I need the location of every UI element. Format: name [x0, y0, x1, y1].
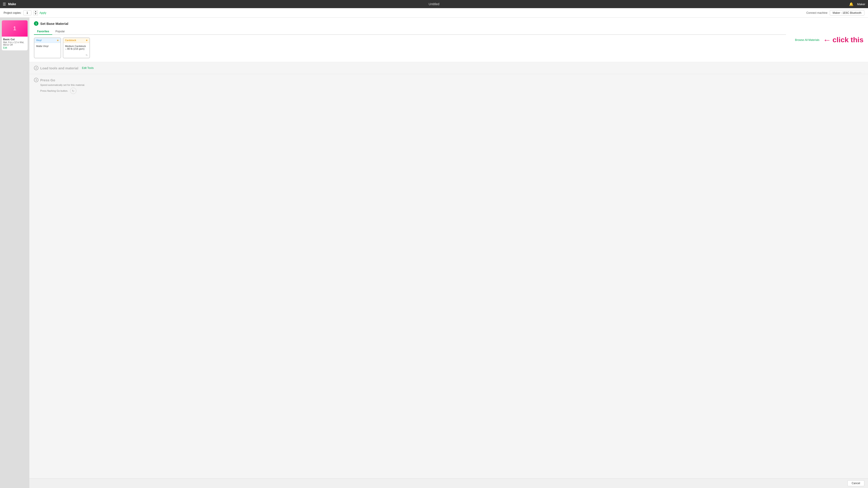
copies-down-button[interactable]: ▼ [34, 13, 38, 15]
machine-area: Connect machine Maker : 1E6C Bluetooth [806, 10, 864, 15]
menu-icon[interactable]: ☰ [3, 2, 6, 6]
copies-up-button[interactable]: ▲ [34, 10, 38, 13]
sidebar-item-subtitle: Mat, 9 in x 12 in Mat, Mirror Off [3, 41, 26, 46]
machine-button[interactable]: Maker : 1E6C Bluetooth [830, 10, 864, 15]
copies-input[interactable] [23, 10, 31, 15]
step3-title: Press Go [40, 78, 55, 82]
cardstock-footer: ↻ [63, 52, 90, 58]
sidebar-item-info: Basic Cut Mat, 9 in x 12 in Mat, Mirror … [2, 37, 28, 51]
step3-circle: 3 [34, 78, 38, 82]
vinyl-label: Vinyl [36, 39, 41, 41]
sidebar-item-title: Basic Cut [3, 38, 26, 41]
sidebar-edit-link[interactable]: Edit [3, 46, 26, 49]
copies-label: Project copies: [4, 11, 22, 14]
footer: Cancel [29, 478, 868, 488]
cardstock-label: Cardstock [65, 39, 76, 41]
app-name: Make [8, 2, 16, 6]
user-label[interactable]: Maker [857, 2, 865, 6]
app-header: ☰ Make Untitled 🔔 Maker [0, 0, 868, 8]
edit-tools-link[interactable]: Edit Tools [82, 66, 94, 70]
material-cards: Vinyl ★ Matte Vinyl Cardstock ★ Medium [34, 37, 786, 58]
copies-area: Project copies: ▲ ▼ Apply [4, 10, 46, 15]
step2-header: 2 Load tools and material Edit Tools [34, 66, 864, 70]
cancel-button[interactable]: Cancel [847, 480, 864, 486]
tab-popular[interactable]: Popular [52, 29, 68, 35]
document-title: Untitled [429, 2, 439, 6]
header-right: 🔔 Maker [849, 2, 865, 6]
go-refresh-button[interactable]: ↻ [70, 88, 76, 94]
step1-circle: 1 [34, 21, 38, 26]
cardstock-card-body: Medium Cardstock – 80 lb (216 gsm) [63, 43, 90, 52]
step1-header: 1 Set Base Material [34, 21, 864, 26]
mat-thumbnail: 1 [2, 20, 28, 37]
sub-header: Project copies: ▲ ▼ Apply Connect machin… [0, 8, 868, 18]
mat-number: 1 [13, 25, 16, 32]
apply-button[interactable]: Apply [39, 11, 46, 14]
step3-header: 3 Press Go [34, 78, 864, 82]
step1-section: 1 Set Base Material Favorites Popular Vi… [29, 18, 868, 62]
material-section-top: Favorites Popular Vinyl ★ Matte Vinyl [34, 29, 864, 58]
notification-bell-icon[interactable]: 🔔 [849, 2, 854, 6]
sidebar: 1 Basic Cut Mat, 9 in x 12 in Mat, Mirro… [0, 18, 29, 488]
step3-subtitle: Speed automatically set for this materia… [40, 84, 864, 86]
step1-title: Set Base Material [40, 22, 68, 26]
material-tabs: Favorites Popular [34, 29, 786, 35]
vinyl-card-body: Matte Vinyl [34, 43, 61, 49]
step2-circle: 2 [34, 66, 38, 70]
content-area: 1 Set Base Material Favorites Popular Vi… [29, 18, 868, 488]
go-button-label: Press flashing Go button. [40, 90, 68, 92]
sidebar-item-basic-cut[interactable]: 1 Basic Cut Mat, 9 in x 12 in Mat, Mirro… [2, 20, 28, 51]
cardstock-star-icon: ★ [86, 39, 88, 41]
browse-all-link[interactable]: Browse All Materials [795, 38, 819, 41]
browse-area: Browse All Materials ← click this [786, 36, 864, 44]
step3-section: 3 Press Go Speed automatically set for t… [29, 74, 868, 98]
vinyl-star-icon: ★ [57, 39, 59, 41]
tab-favorites[interactable]: Favorites [34, 29, 52, 35]
refresh-icon[interactable]: ↻ [86, 54, 88, 57]
annotation-text: click this [833, 36, 864, 44]
main-layout: 1 Basic Cut Mat, 9 in x 12 in Mat, Mirro… [0, 18, 868, 488]
step2-section: 2 Load tools and material Edit Tools [29, 62, 868, 74]
material-card-cardstock[interactable]: Cardstock ★ Medium Cardstock – 80 lb (21… [63, 37, 90, 58]
vinyl-card-header: Vinyl ★ [34, 38, 61, 43]
annotation-arrow-icon: ← [823, 36, 831, 44]
annotation: ← click this [823, 36, 864, 44]
material-left: Favorites Popular Vinyl ★ Matte Vinyl [34, 29, 786, 58]
copies-spinner: ▲ ▼ [34, 10, 38, 15]
cardstock-card-header: Cardstock ★ [63, 38, 90, 43]
step2-title: Load tools and material [40, 66, 78, 70]
material-card-vinyl[interactable]: Vinyl ★ Matte Vinyl [34, 37, 61, 58]
go-button-row: Press flashing Go button. ↻ [40, 88, 864, 94]
connect-machine-label: Connect machine [806, 11, 827, 14]
